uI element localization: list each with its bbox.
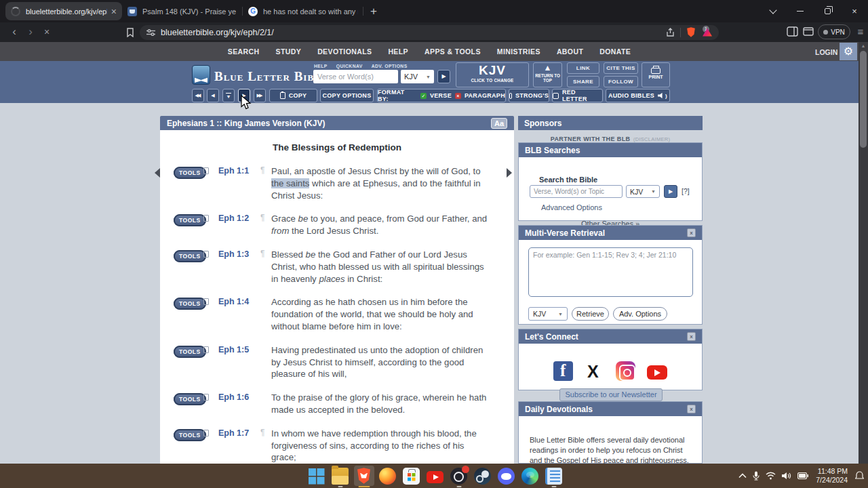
copy-verse-icon[interactable] xyxy=(203,344,218,380)
vpn-button[interactable]: VPN xyxy=(818,24,850,39)
close-icon[interactable]: x xyxy=(687,332,696,341)
verse-ref-link[interactable]: Eph 1:2 xyxy=(218,213,260,237)
nav-item-search[interactable]: SEARCH xyxy=(228,47,260,56)
taskbar-microsoft-store-button[interactable] xyxy=(401,466,422,486)
taskbar-steam-button[interactable] xyxy=(473,466,493,486)
multi-verse-textarea[interactable] xyxy=(528,247,693,297)
tools-button[interactable]: TOOLS xyxy=(174,250,206,262)
subscribe-newsletter-button[interactable]: Subscribe to our Newsletter xyxy=(559,388,663,401)
tools-button[interactable]: TOOLS xyxy=(174,298,206,310)
nav-item-donate[interactable]: DONATE xyxy=(599,47,631,56)
share-button[interactable]: SHARE xyxy=(567,76,599,87)
facebook-icon[interactable] xyxy=(553,361,573,381)
last-chapter-button[interactable]: ▶▶ xyxy=(254,89,266,102)
notification-bell-icon[interactable] xyxy=(855,471,864,481)
verse-ref-link[interactable]: Eph 1:7 xyxy=(218,428,260,464)
copy-button[interactable]: COPY xyxy=(269,89,317,102)
version-change-button[interactable]: KJV CLICK TO CHANGE xyxy=(456,62,529,87)
quick-link-help[interactable]: HELP xyxy=(314,64,328,68)
url-field[interactable]: blueletterbible.org/kjv/eph/2/1/ 1 xyxy=(140,25,719,40)
tab-close-icon[interactable]: × xyxy=(111,7,117,16)
tools-button[interactable]: TOOLS xyxy=(174,214,206,226)
tools-button[interactable]: TOOLS xyxy=(174,167,206,179)
volume-icon[interactable] xyxy=(782,472,791,480)
partner-link[interactable]: PARTNER WITH THE BLB xyxy=(551,136,631,142)
nav-item-study[interactable]: STUDY xyxy=(276,47,302,56)
wallet-icon[interactable] xyxy=(803,26,814,37)
taskbar-obs-button[interactable] xyxy=(449,466,469,486)
tools-button[interactable]: TOOLS xyxy=(174,346,206,358)
quick-link-quicknav[interactable]: QUICKNAV xyxy=(336,64,363,68)
prev-chapter-button[interactable]: ◀ xyxy=(207,89,219,102)
format-by-group[interactable]: FORMAT BY: ✓ VERSE × PARAGRAPH xyxy=(377,89,506,102)
taskbar-firefox-button[interactable] xyxy=(378,466,398,486)
search-go-button[interactable]: ▶ xyxy=(437,70,450,83)
taskbar-notepad-button[interactable] xyxy=(544,466,564,486)
first-chapter-button[interactable]: ◀◀ xyxy=(192,89,204,102)
page-scrollbar[interactable]: ▲ xyxy=(859,42,868,464)
maximize-button[interactable] xyxy=(814,0,841,22)
nav-item-about[interactable]: ABOUT xyxy=(557,47,583,56)
sidebar-version-select[interactable]: KJV▼ xyxy=(626,185,660,198)
browser-tab[interactable]: he has not dealt so with any nation xyxy=(243,2,363,20)
taskbar-file-explorer-button[interactable] xyxy=(330,466,351,486)
nav-item-ministries[interactable]: MINISTRIES xyxy=(497,47,540,56)
retrieve-button[interactable]: Retrieve xyxy=(572,307,609,321)
login-button[interactable]: LOGIN xyxy=(815,48,837,56)
prev-chapter-arrow[interactable] xyxy=(155,168,160,178)
paragraph-unchecked-icon[interactable]: × xyxy=(455,93,461,99)
browser-tab[interactable]: blueletterbible.org/kjv/eph/2/1× xyxy=(5,2,122,20)
cite-this-button[interactable]: CITE THIS xyxy=(604,62,638,74)
forward-button[interactable]: › xyxy=(23,25,38,39)
verse-ref-link[interactable]: Eph 1:4 xyxy=(218,296,260,332)
return-to-top-button[interactable]: ▲ RETURN TO TOP xyxy=(533,62,562,87)
copy-verse-icon[interactable] xyxy=(203,249,218,285)
back-button[interactable]: ‹ xyxy=(7,25,22,39)
jump-down-button[interactable]: ▼ xyxy=(222,89,235,102)
verse-ref-link[interactable]: Eph 1:3 xyxy=(218,249,260,285)
taskbar-discord-button[interactable] xyxy=(496,466,517,486)
taskbar-start-button[interactable] xyxy=(307,466,327,486)
tray-chevron-up-icon[interactable] xyxy=(738,473,747,479)
minimize-button[interactable] xyxy=(787,0,814,22)
adv-options-button[interactable]: Adv. Options xyxy=(613,307,667,321)
bookmark-icon[interactable] xyxy=(126,28,134,37)
new-tab-button[interactable]: + xyxy=(370,5,377,18)
sidebar-toggle-icon[interactable] xyxy=(787,26,798,37)
youtube-icon[interactable] xyxy=(647,365,667,380)
taskbar-clock[interactable]: 11:48 PM 7/24/2024 xyxy=(816,467,848,485)
verse-ref-link[interactable]: Eph 1:5 xyxy=(218,344,260,380)
wifi-icon[interactable] xyxy=(766,472,776,480)
taskbar-youtube-button[interactable] xyxy=(425,466,446,486)
nav-item-apps-tools[interactable]: APPS & TOOLS xyxy=(425,47,481,56)
advanced-options-link[interactable]: Advanced Options xyxy=(541,203,602,211)
search-help-link[interactable]: [?] xyxy=(682,187,690,195)
verse-checked-icon[interactable]: ✓ xyxy=(420,93,427,99)
copy-options-button[interactable]: COPY OPTIONS xyxy=(320,89,374,102)
verse-ref-link[interactable]: Eph 1:6 xyxy=(218,392,260,416)
audio-bibles-button[interactable]: AUDIO BIBLES) xyxy=(606,89,670,102)
menu-button[interactable]: ≡ xyxy=(853,26,868,37)
close-icon[interactable]: x xyxy=(687,405,696,413)
instagram-icon[interactable] xyxy=(616,361,635,381)
share-icon[interactable] xyxy=(665,28,675,37)
taskbar-brave-button[interactable] xyxy=(354,466,374,486)
nav-item-help[interactable]: HELP xyxy=(388,47,408,56)
copy-verse-icon[interactable] xyxy=(203,213,218,237)
strongs-toggle-button[interactable]: STRONG'S xyxy=(509,89,549,102)
verse-search-input[interactable] xyxy=(313,70,398,83)
close-icon[interactable]: x xyxy=(687,228,696,237)
font-size-button[interactable]: Aa xyxy=(491,118,507,129)
version-select[interactable]: KJV▼ xyxy=(401,70,434,83)
disclaimer-link[interactable]: (DISCLAIMER) xyxy=(633,136,670,142)
site-settings-icon[interactable] xyxy=(146,28,155,37)
nav-item-devotionals[interactable]: DEVOTIONALS xyxy=(317,47,372,56)
print-button[interactable]: PRINT xyxy=(642,62,670,87)
verse-ref-link[interactable]: Eph 1:1 xyxy=(218,165,260,201)
taskbar-edge-button[interactable] xyxy=(520,466,540,486)
x-twitter-icon[interactable] xyxy=(585,361,604,381)
quick-link-adv-options[interactable]: ADV. OPTIONS xyxy=(372,64,408,68)
microphone-icon[interactable] xyxy=(753,471,760,481)
browser-tab[interactable]: Psalm 148 (KJV) - Praise ye the LORD xyxy=(122,2,243,20)
blb-logo-text[interactable]: Blue Letter Bible xyxy=(214,69,327,84)
